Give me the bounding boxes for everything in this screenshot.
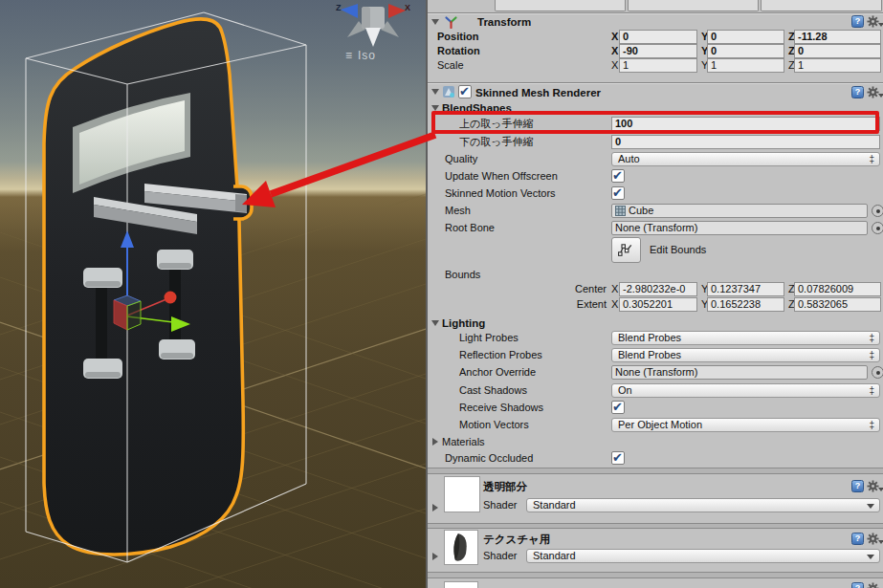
skinned-motion-vectors-label: Skinned Motion Vectors (445, 186, 556, 201)
position-x-field[interactable]: 0 (619, 30, 697, 44)
smr-foldout[interactable] (431, 89, 439, 95)
update-when-offscreen-label: Update When Offscreen (445, 169, 558, 184)
model-remote-body[interactable] (44, 19, 252, 555)
scale-y-field[interactable]: 1 (707, 58, 784, 73)
edit-bounds-button[interactable] (611, 237, 641, 263)
projection-label: Iso (358, 49, 376, 62)
material-3-gear-icon[interactable] (867, 582, 883, 588)
receive-shadows-label: Receive Shadows (459, 401, 543, 415)
prefab-apply-button[interactable] (761, 0, 882, 11)
inspector-panel: Transform Position X 0 Y 0 Z -11.28 Rota… (426, 0, 883, 588)
material-3-help-icon[interactable] (851, 582, 864, 588)
smr-help-icon[interactable] (851, 86, 864, 98)
blendshapes-title: BlendShapes (442, 100, 512, 116)
axis-x-label: X (611, 58, 618, 73)
blendshape-upper-label: 上の取っ手伸縮 (459, 117, 534, 131)
update-when-offscreen-checkbox[interactable] (611, 169, 625, 183)
material-1-shader-dropdown[interactable]: Standard (526, 498, 880, 512)
rotation-y-field[interactable]: 0 (707, 44, 784, 58)
transform-help-icon[interactable] (851, 15, 864, 28)
material-2-foldout[interactable] (432, 553, 438, 560)
smr-gear-icon[interactable] (867, 86, 883, 98)
lighting-foldout[interactable] (431, 320, 439, 326)
light-probes-popup[interactable]: Blend Probes (611, 331, 880, 345)
scale-z-field[interactable]: 1 (794, 58, 881, 73)
scene-view[interactable]: Z X ≡ Iso (0, 0, 426, 588)
position-y-field[interactable]: 0 (707, 30, 784, 44)
receive-shadows-checkbox[interactable] (611, 401, 625, 414)
cast-shadows-popup[interactable]: On (611, 383, 880, 398)
material-1-gear-icon[interactable] (867, 480, 883, 492)
rotation-x-field[interactable]: -90 (619, 44, 697, 58)
root-bone-label: Root Bone (445, 221, 495, 235)
smr-enabled-checkbox[interactable] (458, 85, 472, 98)
transform-foldout[interactable] (431, 19, 439, 25)
materials-label: Materials (442, 435, 485, 449)
mesh-label: Mesh (445, 204, 471, 218)
anchor-override-picker-icon[interactable] (872, 366, 883, 379)
position-label: Position (437, 30, 478, 44)
material-2-preview (445, 531, 477, 564)
blendshape-upper-field[interactable]: 100 (611, 117, 880, 131)
skinned-motion-vectors-checkbox[interactable] (611, 186, 625, 200)
mesh-picker-icon[interactable] (872, 205, 883, 217)
smr-title: Skinned Mesh Renderer (475, 85, 601, 100)
reflection-probes-popup[interactable]: Blend Probes (611, 348, 880, 362)
material-1-foldout[interactable] (432, 504, 438, 512)
root-bone-value: None (Transform) (615, 222, 697, 234)
mesh-object-field[interactable]: Cube (611, 204, 868, 218)
materials-foldout[interactable] (432, 438, 438, 446)
transform-title: Transform (477, 14, 531, 30)
axis-x-label: X (611, 44, 618, 58)
skinned-mesh-renderer-icon (442, 85, 455, 98)
transform-icon (444, 14, 458, 29)
bounds-center-z-field[interactable]: 0.07826009 (794, 282, 881, 296)
projection-toggle[interactable]: ≡ Iso (345, 49, 376, 62)
material-2-shader-dropdown[interactable]: Standard (526, 549, 880, 563)
root-bone-picker-icon[interactable] (872, 222, 883, 234)
dynamic-occluded-checkbox[interactable] (611, 451, 625, 465)
quality-popup[interactable]: Auto (611, 152, 880, 166)
prefab-select-button[interactable] (495, 0, 626, 11)
material-1-thumbnail[interactable] (444, 476, 480, 512)
bounds-extent-x-field[interactable]: 0.3052201 (619, 297, 697, 312)
bounds-extent-label: Extent (542, 297, 607, 312)
material-2-help-icon[interactable] (851, 533, 864, 545)
edit-bounds-label: Edit Bounds (650, 243, 706, 257)
dynamic-occluded-label: Dynamic Occluded (445, 451, 533, 466)
motion-vectors-popup[interactable]: Per Object Motion (611, 418, 880, 432)
gizmo-center-cube[interactable] (114, 295, 141, 330)
bounds-center-label: Center (542, 282, 607, 296)
material-2-shader-label: Shader (483, 549, 517, 563)
root-bone-object-field[interactable]: None (Transform) (611, 221, 868, 235)
gizmo-x-label: X (405, 3, 410, 12)
material-2-thumbnail[interactable] (444, 530, 478, 565)
transform-gear-icon[interactable] (867, 15, 883, 28)
rotation-z-field[interactable]: 0 (794, 44, 881, 58)
bounds-extent-z-field[interactable]: 0.5832065 (794, 297, 881, 312)
blendshapes-foldout[interactable] (431, 105, 439, 111)
prefab-revert-button[interactable] (628, 0, 759, 11)
axis-x-label: X (611, 282, 618, 296)
motion-vectors-label: Motion Vectors (459, 418, 529, 432)
scale-x-field[interactable]: 1 (619, 58, 697, 73)
bounds-center-y-field[interactable]: 0.1237347 (707, 282, 784, 296)
menu-icon: ≡ (345, 49, 353, 62)
light-probes-label: Light Probes (459, 331, 519, 345)
material-3-thumbnail[interactable] (444, 581, 478, 588)
bounds-center-x-field[interactable]: -2.980232e-0 (619, 282, 697, 296)
anchor-override-label: Anchor Override (459, 365, 536, 380)
lighting-title: Lighting (442, 316, 485, 331)
mesh-icon (615, 206, 626, 216)
material-2-name: テクスチャ用 (483, 533, 550, 547)
gizmo-z-arrow[interactable] (165, 292, 177, 304)
bounds-label: Bounds (445, 268, 480, 282)
bounds-extent-y-field[interactable]: 0.1652238 (707, 297, 784, 312)
anchor-override-object-field[interactable]: None (Transform) (611, 365, 868, 380)
blendshape-lower-field[interactable]: 0 (611, 135, 880, 149)
position-z-field[interactable]: -11.28 (794, 30, 881, 44)
cast-shadows-label: Cast Shadows (459, 383, 527, 398)
material-1-help-icon[interactable] (851, 480, 864, 492)
scale-label: Scale (437, 58, 464, 73)
material-2-gear-icon[interactable] (867, 533, 883, 545)
